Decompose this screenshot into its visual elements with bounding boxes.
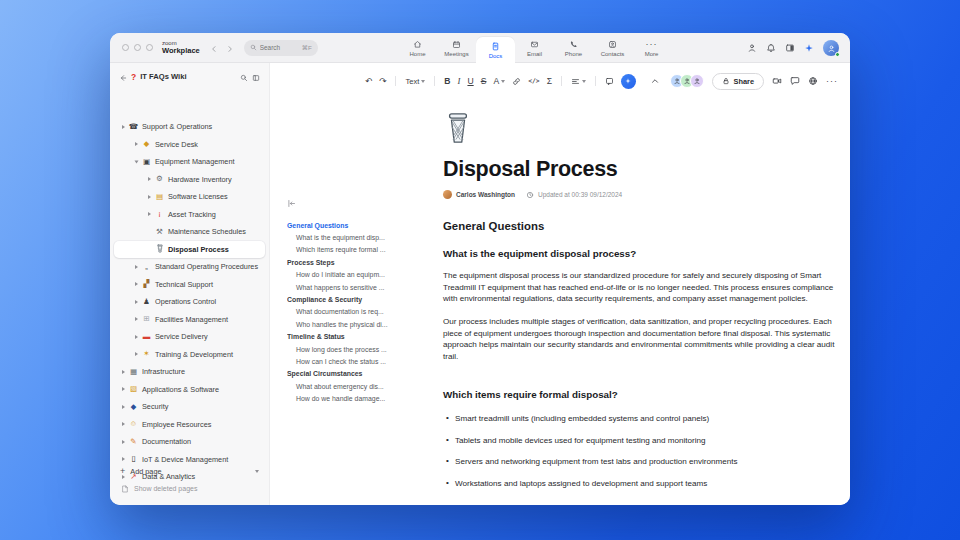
collapse-outline-icon[interactable] bbox=[287, 194, 439, 212]
chat-bubble-icon[interactable] bbox=[790, 72, 800, 90]
more-options-icon[interactable]: ··· bbox=[826, 76, 838, 86]
chevron-right-icon[interactable] bbox=[131, 317, 141, 321]
chevron-right-icon[interactable] bbox=[118, 422, 128, 426]
profile-icon[interactable] bbox=[747, 39, 757, 57]
outline-item[interactable]: How can I check the status ... bbox=[287, 355, 439, 367]
outline-item[interactable]: What is the equipment disp... bbox=[287, 231, 439, 243]
chevron-right-icon[interactable] bbox=[131, 335, 141, 339]
tab-more[interactable]: ··· More bbox=[632, 33, 671, 63]
sidebar-item-software-licenses[interactable]: ▤ Software Licenses bbox=[110, 188, 269, 206]
chevron-down-icon[interactable] bbox=[255, 470, 259, 473]
tab-home[interactable]: Home bbox=[398, 33, 437, 63]
text-style-dropdown[interactable]: Text bbox=[405, 77, 425, 86]
underline-button[interactable]: U bbox=[467, 77, 473, 86]
formula-button[interactable]: Σ bbox=[547, 77, 552, 86]
notifications-bell-icon[interactable] bbox=[766, 39, 776, 57]
sidebar-item-standard-operating-procedures[interactable]: „ Standard Operating Procedures bbox=[110, 258, 269, 276]
outline-item[interactable]: Process Steps bbox=[287, 256, 439, 268]
outline-item[interactable]: Which items require formal ... bbox=[287, 244, 439, 256]
ai-companion-icon[interactable] bbox=[804, 39, 814, 57]
collapse-toolbar-icon[interactable] bbox=[650, 72, 660, 90]
tab-phone[interactable]: Phone bbox=[554, 33, 593, 63]
outline-item[interactable]: General Questions bbox=[287, 219, 439, 231]
side-panel-toggle-icon[interactable] bbox=[785, 39, 795, 57]
sidebar-collapse-icon[interactable] bbox=[252, 68, 260, 86]
chevron-down-icon[interactable] bbox=[131, 160, 141, 164]
chevron-right-icon[interactable] bbox=[144, 195, 154, 199]
video-camera-icon[interactable] bbox=[772, 72, 782, 90]
undo-icon[interactable]: ↶ bbox=[365, 77, 372, 86]
tab-contacts[interactable]: Contacts bbox=[593, 33, 632, 63]
chevron-right-icon[interactable] bbox=[131, 352, 141, 356]
comment-button[interactable] bbox=[605, 77, 614, 86]
chevron-right-icon[interactable] bbox=[131, 142, 141, 146]
tab-meetings[interactable]: Meetings bbox=[437, 33, 476, 63]
sidebar-item-asset-tracking[interactable]: ¡ Asset Tracking bbox=[110, 206, 269, 224]
outline-item[interactable]: Who handles the physical di... bbox=[287, 318, 439, 330]
sidebar-item-hardware-inventory[interactable]: ⚙ Hardware Inventory bbox=[110, 171, 269, 189]
globe-icon[interactable] bbox=[808, 72, 818, 90]
sidebar-item-security[interactable]: ◆ Security bbox=[110, 398, 269, 416]
sidebar-item-applications-software[interactable]: ▧ Applications & Software bbox=[110, 381, 269, 399]
outline-item[interactable]: How long does the process ... bbox=[287, 343, 439, 355]
collaborator-avatars[interactable] bbox=[670, 74, 704, 88]
chevron-right-icon[interactable] bbox=[118, 457, 128, 461]
tab-docs[interactable]: Docs bbox=[476, 37, 515, 63]
insert-link-button[interactable] bbox=[512, 77, 521, 86]
minimize-window-icon[interactable] bbox=[134, 44, 141, 51]
add-page-button[interactable]: + Add page bbox=[110, 463, 269, 481]
chevron-right-icon[interactable] bbox=[144, 212, 154, 216]
show-deleted-pages-button[interactable]: Show deleted pages bbox=[110, 480, 269, 497]
sidebar-item-documentation[interactable]: ✎ Documentation bbox=[110, 433, 269, 451]
italic-button[interactable]: I bbox=[458, 77, 461, 86]
sidebar-item-equipment-management[interactable]: ▣ Equipment Management bbox=[110, 153, 269, 171]
outline-item[interactable]: Special Circumstances bbox=[287, 368, 439, 380]
outline-item[interactable]: Compliance & Security bbox=[287, 293, 439, 305]
chevron-right-icon[interactable] bbox=[118, 125, 128, 129]
user-avatar[interactable] bbox=[823, 40, 839, 56]
sidebar-item-infrastructure[interactable]: ▦ Infrastructure bbox=[110, 363, 269, 381]
code-block-button[interactable]: </> bbox=[528, 77, 540, 85]
strikethrough-button[interactable]: S bbox=[481, 77, 487, 86]
redo-icon[interactable]: ↷ bbox=[379, 77, 386, 86]
forward-icon[interactable] bbox=[226, 39, 234, 57]
outline-item[interactable]: Timeline & Status bbox=[287, 331, 439, 343]
sidebar-item-training-development[interactable]: ✶ Training & Development bbox=[110, 346, 269, 364]
text-color-dropdown[interactable]: A bbox=[493, 77, 505, 86]
maximize-window-icon[interactable] bbox=[146, 44, 153, 51]
chevron-right-icon[interactable] bbox=[131, 282, 141, 286]
sidebar-item-support-operations[interactable]: ☎ Support & Operations bbox=[110, 118, 269, 136]
align-dropdown[interactable] bbox=[571, 77, 586, 86]
sidebar-item-service-desk[interactable]: ◆ Service Desk bbox=[110, 136, 269, 154]
sidebar-item-disposal-process[interactable]: Disposal Process bbox=[114, 241, 265, 259]
sidebar-item-operations-control[interactable]: ♟ Operations Control bbox=[110, 293, 269, 311]
search-input[interactable] bbox=[260, 44, 294, 51]
chevron-right-icon[interactable] bbox=[144, 177, 154, 181]
share-button[interactable]: Share bbox=[712, 73, 764, 90]
chevron-right-icon[interactable] bbox=[131, 300, 141, 304]
chevron-right-icon[interactable] bbox=[118, 440, 128, 444]
server-icon: ▦ bbox=[128, 368, 139, 376]
chevron-right-icon[interactable] bbox=[131, 265, 141, 269]
outline-item[interactable]: What about emergency dis... bbox=[287, 380, 439, 392]
bold-button[interactable]: B bbox=[444, 77, 450, 86]
outline-item[interactable]: What documentation is req... bbox=[287, 306, 439, 318]
close-window-icon[interactable] bbox=[122, 44, 129, 51]
outline-item[interactable]: How do we handle damage... bbox=[287, 392, 439, 404]
sidebar-item-technical-support[interactable]: ▞ Technical Support bbox=[110, 276, 269, 294]
sidebar-item-employee-resources[interactable]: ☺ Employee Resources bbox=[110, 416, 269, 434]
chevron-right-icon[interactable] bbox=[118, 387, 128, 391]
global-search[interactable]: ⌘F bbox=[244, 40, 318, 56]
back-arrow-icon[interactable] bbox=[119, 68, 127, 86]
sidebar-item-facilities-management[interactable]: ⊞ Facilities Management bbox=[110, 311, 269, 329]
outline-item[interactable]: How do I initiate an equipm... bbox=[287, 269, 439, 281]
chevron-right-icon[interactable] bbox=[118, 370, 128, 374]
chevron-right-icon[interactable] bbox=[118, 405, 128, 409]
back-icon[interactable] bbox=[210, 39, 218, 57]
tab-email[interactable]: Email bbox=[515, 33, 554, 63]
sidebar-item-maintenance-schedules[interactable]: ⚒ Maintenance Schedules bbox=[110, 223, 269, 241]
ai-assistant-button[interactable] bbox=[621, 74, 636, 89]
sidebar-search-icon[interactable] bbox=[240, 68, 248, 86]
sidebar-item-service-delivery[interactable]: ▬ Service Delivery bbox=[110, 328, 269, 346]
outline-item[interactable]: What happens to sensitive ... bbox=[287, 281, 439, 293]
